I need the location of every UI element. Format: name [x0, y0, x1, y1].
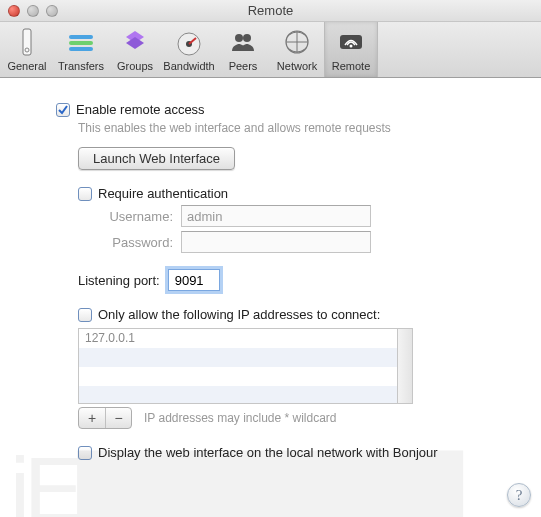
ip-row[interactable]: 127.0.0.1	[79, 329, 397, 348]
groups-icon	[119, 26, 151, 58]
tab-groups-label: Groups	[117, 60, 153, 72]
svg-point-8	[235, 34, 243, 42]
tab-groups[interactable]: Groups	[108, 22, 162, 77]
ip-add-remove-segment: + −	[78, 407, 132, 429]
ip-add-button[interactable]: +	[79, 408, 105, 428]
ip-wildcard-hint: IP addresses may include * wildcard	[144, 411, 337, 425]
require-auth-checkbox[interactable]	[78, 187, 92, 201]
listening-port-field[interactable]	[168, 269, 220, 291]
tab-general-label: General	[7, 60, 46, 72]
help-button[interactable]: ?	[507, 483, 531, 507]
bandwidth-icon	[173, 26, 205, 58]
ip-row[interactable]	[79, 367, 397, 386]
svg-point-12	[350, 45, 353, 48]
enable-remote-row: Enable remote access	[56, 102, 485, 117]
titlebar: Remote	[0, 0, 541, 22]
svg-rect-2	[69, 35, 93, 39]
password-label: Password:	[78, 235, 173, 250]
launch-web-interface-button[interactable]: Launch Web Interface	[78, 147, 235, 170]
tab-transfers[interactable]: Transfers	[54, 22, 108, 77]
ip-list[interactable]: 127.0.0.1	[78, 328, 398, 404]
svg-point-9	[243, 34, 251, 42]
enable-remote-checkbox[interactable]	[56, 103, 70, 117]
ip-row[interactable]	[79, 386, 397, 404]
bonjour-checkbox[interactable]	[78, 446, 92, 460]
tab-network[interactable]: Network	[270, 22, 324, 77]
remote-pane: Enable remote access This enables the we…	[0, 78, 541, 474]
tab-peers-label: Peers	[229, 60, 258, 72]
svg-rect-4	[69, 47, 93, 51]
transfers-icon	[65, 26, 97, 58]
tab-bandwidth-label: Bandwidth	[163, 60, 214, 72]
svg-rect-0	[23, 29, 31, 55]
ip-whitelist-label: Only allow the following IP addresses to…	[98, 307, 380, 322]
window-title: Remote	[0, 3, 541, 18]
bonjour-label: Display the web interface on the local n…	[98, 445, 438, 460]
password-field[interactable]	[181, 231, 371, 253]
require-auth-label: Require authentication	[98, 186, 228, 201]
ip-row[interactable]	[79, 348, 397, 367]
general-icon	[11, 26, 43, 58]
svg-rect-3	[69, 41, 93, 45]
tab-network-label: Network	[277, 60, 317, 72]
tab-general[interactable]: General	[0, 22, 54, 77]
ip-list-container: 127.0.0.1	[78, 328, 485, 404]
username-field[interactable]	[181, 205, 371, 227]
remote-icon	[335, 26, 367, 58]
tab-transfers-label: Transfers	[58, 60, 104, 72]
tab-bandwidth[interactable]: Bandwidth	[162, 22, 216, 77]
enable-remote-label: Enable remote access	[76, 102, 205, 117]
username-label: Username:	[78, 209, 173, 224]
network-icon	[281, 26, 313, 58]
preferences-toolbar: General Transfers Groups Bandwidth Peers…	[0, 22, 541, 78]
peers-icon	[227, 26, 259, 58]
tab-remote-label: Remote	[332, 60, 371, 72]
tab-remote[interactable]: Remote	[324, 22, 378, 77]
enable-remote-hint: This enables the web interface and allow…	[78, 121, 485, 135]
tab-peers[interactable]: Peers	[216, 22, 270, 77]
ip-list-scrollbar[interactable]	[398, 328, 413, 404]
listening-port-label: Listening port:	[78, 273, 160, 288]
ip-whitelist-checkbox[interactable]	[78, 308, 92, 322]
ip-remove-button[interactable]: −	[105, 408, 131, 428]
